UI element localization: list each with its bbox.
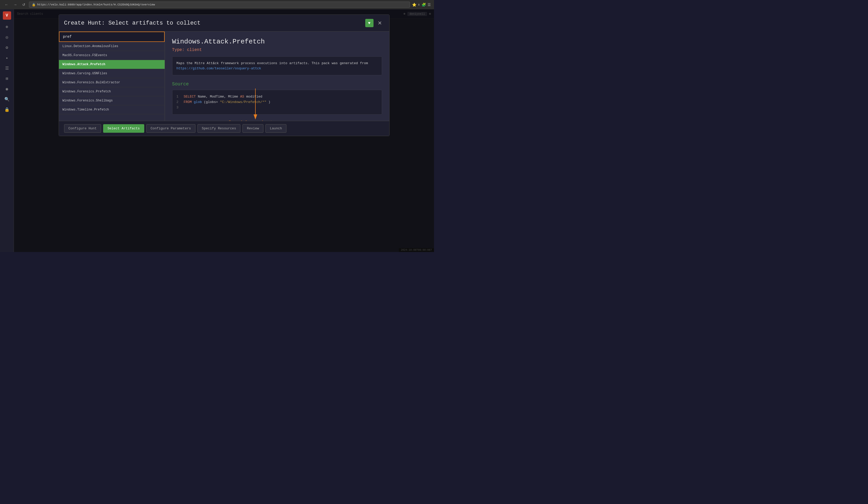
line-num-3: 3 [177,105,180,110]
artifact-description: Maps the Mitre Att&ck framework process … [172,57,382,75]
list-item[interactable]: Windows.Forensics.Shellbags [59,96,165,105]
url-bar[interactable]: 🔒 https://velo.kali:8889/app/index.html#… [29,2,410,8]
bookmark-icon[interactable]: ⭐ [412,3,416,7]
browser-action-icons: ⭐ ⬇ 🧩 ☰ [412,3,431,7]
sidebar-icon-list[interactable]: ☰ [2,64,12,73]
back-button[interactable]: ← [3,2,10,7]
sidebar-icon-security[interactable]: 🔒 [2,105,12,114]
footer-tab-configure-hunt[interactable]: Configure Hunt [64,124,101,133]
browser-chrome: ← → ↺ 🔒 https://velo.kali:8889/app/index… [0,0,434,9]
code-content-3 [184,105,186,110]
source-label: Source [172,81,382,87]
url-text: https://velo.kali:8889/app/index.html#/h… [37,3,155,6]
reload-button[interactable]: ↺ [21,2,27,7]
list-item[interactable]: Windows.Forensics.BulkExtractor [59,78,165,87]
sidebar-icon-search[interactable]: 🔍 [2,95,12,104]
type-label: Type: [172,48,185,52]
line-num-1: 1 [177,94,180,100]
sidebar-icon-grid[interactable]: ⊞ [2,74,12,83]
sidebar-icon-user[interactable]: ◉ [2,84,12,94]
footer-tab-select-artifacts[interactable]: Select Artifacts [103,124,144,133]
type-value: client [187,48,202,52]
sidebar-icon-monitor[interactable]: ◎ [2,33,12,42]
footer-tab-launch[interactable]: Launch [266,124,286,133]
modal-header: Create Hunt: Select artifacts to collect… [59,15,389,32]
artifact-detail-panel: Windows.Attack.Prefetch Type: client Map… [165,32,389,121]
list-item[interactable]: Linux.Detection.AnomalousFiles [59,42,165,51]
code-line-1: 1 SELECT Name, ModTime, Mtime AS modifie… [177,94,378,100]
artifact-search-input[interactable] [59,32,165,42]
extension-icon[interactable]: 🧩 [422,3,426,7]
artifact-name-title: Windows.Attack.Prefetch [172,38,382,46]
annotation-text: Search for any hunt you want to use here… [224,120,276,121]
sidebar-icon-tools[interactable]: ✦ [2,53,12,63]
footer-tab-review[interactable]: Review [242,124,264,133]
modal-footer: Configure HuntSelect ArtifactsConfigure … [59,121,389,136]
sidebar-icon-settings[interactable]: ⚙ [2,43,12,52]
list-item[interactable]: Windows.Attack.Prefetch [59,60,165,69]
artifact-left-panel: Linux.Detection.AnomalousFilesMacOS.Fore… [59,32,165,121]
list-item[interactable]: MacOS.Forensics.FSEvents [59,51,165,60]
sidebar-logo[interactable]: V [3,11,11,20]
footer-tab-specify-resources[interactable]: Specify Resources [197,124,241,133]
code-content-2: FROM glob (globs= "C:/Windows/Prefetch/*… [184,100,271,105]
modal-body: Linux.Detection.AnomalousFilesMacOS.Fore… [59,32,389,121]
line-num-2: 2 [177,100,180,105]
favorite-button[interactable]: ♥ [365,19,373,27]
app-shell: V ⊕ ◎ ⚙ ✦ ☰ ⊞ ◉ 🔍 🔒 ⊕ deniyvell ⚙ Create… [0,9,434,252]
main-content: ⊕ deniyvell ⚙ Create Hunt: Select artifa… [14,9,434,252]
list-item[interactable]: Windows.Forensics.Prefetch [59,87,165,96]
footer-tab-configure-parameters[interactable]: Configure Parameters [146,124,195,133]
list-item[interactable]: Windows.Carving.USNFiles [59,69,165,78]
modal-header-actions: ♥ ✕ [365,19,384,27]
artifact-type: Type: client [172,48,382,52]
description-link[interactable]: https://github.com/teoseller/osquery-att… [177,67,261,70]
forward-button[interactable]: → [12,2,19,7]
download-icon[interactable]: ⬇ [418,3,420,7]
code-line-3: 3 [177,105,378,110]
artifact-list: Linux.Detection.AnomalousFilesMacOS.Fore… [59,42,165,121]
code-line-2: 2 FROM glob (globs= "C:/Windows/Prefetch… [177,100,378,105]
sidebar-icon-home[interactable]: ⊕ [2,22,12,32]
close-button[interactable]: ✕ [375,19,384,27]
menu-icon[interactable]: ☰ [427,3,431,7]
modal-overlay: Create Hunt: Select artifacts to collect… [14,9,434,252]
code-block: 1 SELECT Name, ModTime, Mtime AS modifie… [172,90,382,114]
modal-title: Create Hunt: Select artifacts to collect [64,20,200,27]
create-hunt-modal: Create Hunt: Select artifacts to collect… [59,14,390,136]
lock-icon: 🔒 [32,3,36,7]
list-item[interactable]: Windows.Timeline.Prefetch [59,105,165,114]
code-content-1: SELECT Name, ModTime, Mtime AS modified [184,94,262,100]
sidebar: V ⊕ ◎ ⚙ ✦ ☰ ⊞ ◉ 🔍 🔒 [0,9,14,252]
description-text: Maps the Mitre Att&ck framework process … [177,61,368,65]
